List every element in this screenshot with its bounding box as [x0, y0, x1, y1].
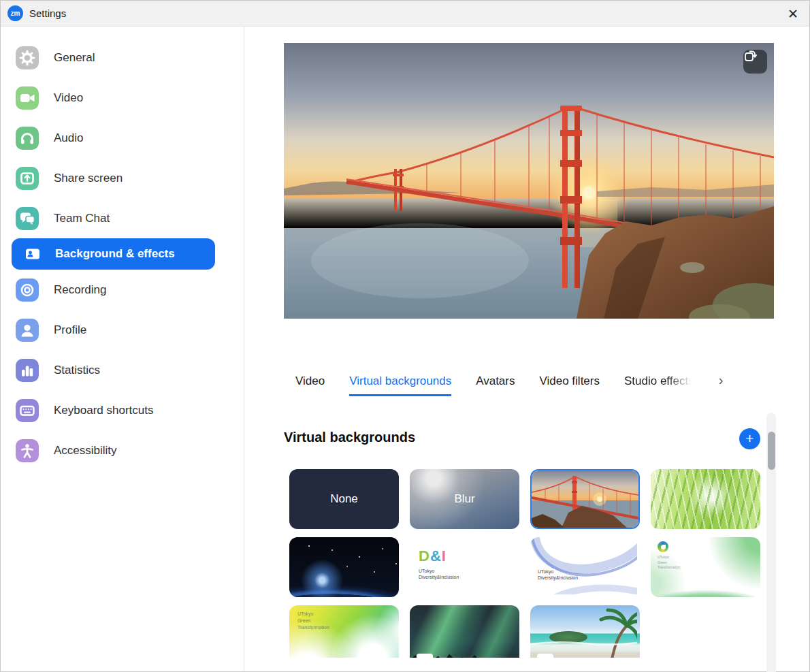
headphones-icon: [16, 127, 39, 150]
sidebar-item-background-effects[interactable]: Background & effects: [12, 238, 215, 270]
sidebar-item-video[interactable]: Video: [1, 78, 244, 118]
person-background-icon: [21, 242, 44, 266]
sidebar-item-label: Keyboard shortcuts: [54, 404, 153, 417]
stars-decor: [308, 545, 310, 547]
tab-video[interactable]: Video: [295, 374, 325, 396]
bar-chart-icon: [16, 359, 39, 382]
accessibility-icon: [16, 439, 39, 462]
sidebar-item-audio[interactable]: Audio: [1, 118, 244, 158]
wave-tile-text: UTokyoDiversity&Inclusion: [538, 569, 578, 581]
sidebar-item-label: Background & effects: [55, 247, 175, 261]
video-camera-icon: [16, 86, 39, 110]
background-tile-golden-gate-bridge[interactable]: [530, 469, 640, 529]
green-transformation-text: UTokyo Green Transformation: [658, 555, 680, 571]
mirror-video-button[interactable]: [743, 50, 767, 74]
background-grid: None Blur: [289, 469, 760, 658]
background-tile-aurora-forest[interactable]: [410, 605, 519, 658]
record-icon: [16, 278, 39, 302]
background-tile-blur[interactable]: Blur: [410, 469, 519, 529]
tab-studio-effects[interactable]: Studio effects: [624, 374, 694, 396]
tile-label: Blur: [410, 469, 519, 529]
chat-bubbles-icon: [16, 207, 39, 230]
background-tile-none[interactable]: None: [289, 469, 399, 529]
background-tile-beach-palm[interactable]: [530, 605, 640, 658]
add-background-button[interactable]: +: [739, 428, 760, 449]
sidebar-item-team-chat[interactable]: Team Chat: [1, 198, 244, 238]
mirror-flip-icon: [743, 50, 757, 63]
background-effects-tabs: Video Virtual backgrounds Avatars Video …: [295, 369, 723, 396]
tab-video-filters[interactable]: Video filters: [539, 374, 600, 396]
sidebar-item-label: Accessibility: [54, 444, 117, 458]
green-transformation-logo: [658, 541, 668, 552]
sidebar-item-label: Audio: [54, 131, 83, 145]
tile-label: None: [289, 469, 399, 529]
tabs-overflow-chevron-icon[interactable]: ›: [719, 372, 724, 396]
sidebar-item-recording[interactable]: Recording: [1, 270, 244, 310]
zoom-logo-icon: zm: [7, 5, 23, 21]
background-tile-utokyo-wave-pattern[interactable]: UTokyoDiversity&Inclusion: [530, 537, 640, 597]
sidebar-item-label: Recording: [54, 283, 107, 297]
sidebar-item-general[interactable]: General: [1, 37, 244, 78]
sidebar-item-share-screen[interactable]: Share screen: [1, 158, 244, 198]
section-heading: Virtual backgrounds: [284, 430, 415, 445]
background-tile-utokyo-green-transformation[interactable]: UTokyo Green Transformation: [651, 537, 760, 597]
background-tile-utokyo-green-abstract[interactable]: UTokyo Green Transformation: [289, 605, 399, 658]
background-tile-grass[interactable]: [651, 469, 760, 529]
sidebar-item-keyboard-shortcuts[interactable]: Keyboard shortcuts: [1, 390, 244, 430]
sidebar-item-statistics[interactable]: Statistics: [1, 350, 244, 390]
person-icon: [16, 319, 39, 342]
window-title: Settings: [29, 7, 66, 19]
sidebar-item-label: Statistics: [54, 364, 100, 377]
background-tile-earth-from-space[interactable]: [289, 537, 399, 597]
green-abstract-text: UTokyo Green Transformation: [297, 611, 329, 630]
sidebar-item-label: General: [54, 51, 95, 65]
background-preview-image: [284, 43, 774, 319]
video-background-badge: [537, 654, 553, 658]
sidebar-item-profile[interactable]: Profile: [1, 310, 244, 350]
share-screen-icon: [16, 167, 39, 190]
gear-icon: [16, 46, 39, 69]
sidebar-item-accessibility[interactable]: Accessibility: [1, 430, 244, 470]
settings-window: zm Settings ✕ General Video Audio: [0, 0, 810, 672]
titlebar: zm Settings ✕: [1, 1, 809, 27]
scrollbar-thumb[interactable]: [768, 432, 775, 470]
tab-avatars[interactable]: Avatars: [476, 374, 515, 396]
d-and-i-logo: D&I UTokyoDiversity&Inclusion: [419, 549, 459, 581]
sidebar-item-label: Team Chat: [54, 212, 110, 225]
grid-empty-cell: [651, 605, 760, 658]
main-content: Video Virtual backgrounds Avatars Video …: [245, 27, 809, 671]
background-tile-utokyo-diversity-inclusion-logo[interactable]: D&I UTokyoDiversity&Inclusion: [410, 537, 519, 597]
tab-virtual-backgrounds[interactable]: Virtual backgrounds: [349, 374, 451, 396]
settings-sidebar: General Video Audio Share screen Team Ch: [1, 27, 244, 671]
video-background-badge: [417, 654, 433, 658]
keyboard-icon: [16, 399, 39, 422]
sidebar-item-label: Profile: [54, 323, 86, 337]
virtual-backgrounds-panel: Virtual backgrounds + None Blur: [284, 409, 760, 658]
scrollbar-track[interactable]: [766, 413, 776, 672]
close-button[interactable]: ✕: [782, 3, 804, 25]
sidebar-item-label: Share screen: [54, 172, 123, 185]
sidebar-item-label: Video: [54, 91, 83, 105]
